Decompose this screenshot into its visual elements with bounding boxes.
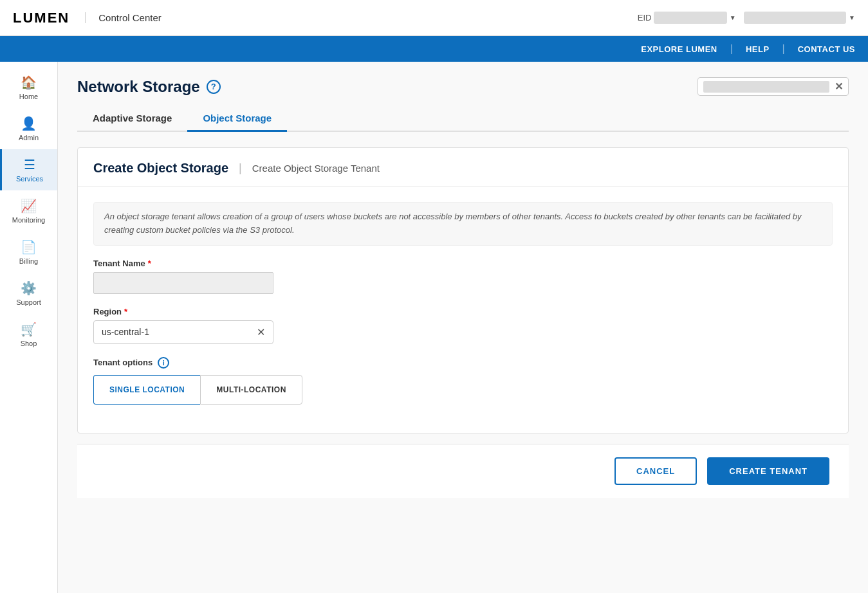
tenant-options-group: Tenant options i SINGLE LOCATION MULTI-L… [93, 357, 833, 405]
eid-section: EID ███████████ ▼ [638, 12, 736, 24]
page-header: Network Storage ? ████████████████ ✕ [77, 77, 849, 96]
tenant-name-input[interactable] [93, 272, 273, 294]
admin-icon: 👤 [21, 116, 37, 131]
sidebar-item-support[interactable]: ⚙️ Support [0, 273, 57, 314]
sep1: | [730, 43, 733, 55]
services-icon: ☰ [24, 157, 35, 172]
sidebar-label-home: Home [19, 93, 38, 100]
tenant-options-buttons: SINGLE LOCATION MULTI-LOCATION [93, 375, 833, 405]
support-icon: ⚙️ [21, 280, 37, 296]
eid-value: ███████████ [654, 12, 726, 24]
sidebar-label-support: Support [16, 298, 41, 306]
search-bar: ████████████████ ✕ [697, 77, 849, 96]
main-layout: 🏠 Home 👤 Admin ☰ Services 📈 Monitoring 📄… [0, 62, 868, 593]
region-label: Region * [93, 307, 833, 316]
form-subtitle: Create Object Storage Tenant [252, 163, 380, 174]
user-email: ████████████████ [744, 12, 846, 24]
monitoring-icon: 📈 [21, 198, 37, 214]
blue-nav-band: EXPLORE LUMEN | HELP | CONTACT US [0, 36, 868, 62]
contact-us-link[interactable]: CONTACT US [798, 44, 855, 54]
tenant-options-label-text: Tenant options [93, 358, 152, 367]
top-bar: LUMEN Control Center EID ███████████ ▼ █… [0, 0, 868, 36]
region-select[interactable]: us-central-1 ✕ [93, 320, 273, 344]
form-footer: CANCEL CREATE TENANT [77, 444, 849, 498]
form-body: An object storage tenant allows creation… [78, 187, 848, 433]
option-multi-location[interactable]: MULTI-LOCATION [200, 375, 302, 405]
billing-icon: 📄 [21, 239, 37, 255]
sidebar-label-billing: Billing [19, 257, 38, 265]
sidebar-item-services[interactable]: ☰ Services [0, 149, 57, 190]
help-link[interactable]: HELP [746, 44, 770, 54]
eid-chevron[interactable]: ▼ [730, 14, 736, 21]
sidebar-label-monitoring: Monitoring [12, 216, 45, 224]
top-bar-right: EID ███████████ ▼ ████████████████ ▼ [638, 12, 855, 24]
form-title: Create Object Storage [93, 161, 228, 176]
sidebar-item-shop[interactable]: 🛒 Shop [0, 314, 57, 355]
form-section: Create Object Storage | Create Object St… [77, 147, 849, 433]
help-icon[interactable]: ? [207, 80, 221, 94]
sidebar-label-admin: Admin [19, 134, 39, 141]
content-area: Network Storage ? ████████████████ ✕ Ada… [58, 62, 868, 593]
form-header-sep: | [239, 161, 242, 175]
tenant-name-required: * [148, 259, 151, 268]
search-value: ████████████████ [703, 81, 829, 93]
sidebar-label-shop: Shop [21, 340, 37, 347]
form-description: An object storage tenant allows creation… [93, 202, 833, 246]
tenant-name-label: Tenant Name * [93, 259, 833, 268]
create-tenant-button[interactable]: CREATE TENANT [707, 457, 829, 485]
eid-label: EID [638, 13, 652, 23]
sidebar-label-services: Services [16, 175, 43, 183]
shop-icon: 🛒 [21, 322, 37, 337]
home-icon: 🏠 [21, 75, 37, 90]
cancel-button[interactable]: CANCEL [614, 457, 697, 485]
sidebar-item-billing[interactable]: 📄 Billing [0, 232, 57, 273]
sidebar-item-admin[interactable]: 👤 Admin [0, 108, 57, 149]
sidebar-item-home[interactable]: 🏠 Home [0, 67, 57, 108]
region-required: * [124, 307, 127, 316]
explore-lumen-link[interactable]: EXPLORE LUMEN [641, 44, 717, 54]
region-group: Region * us-central-1 ✕ [93, 307, 833, 344]
page-title-wrap: Network Storage ? [77, 78, 221, 96]
logo: LUMEN [13, 10, 69, 26]
user-section: ████████████████ ▼ [744, 12, 855, 24]
tab-adaptive-storage[interactable]: Adaptive Storage [77, 106, 187, 132]
region-clear-icon[interactable]: ✕ [257, 326, 265, 338]
form-header: Create Object Storage | Create Object St… [78, 148, 848, 187]
app-label: Control Center [85, 12, 162, 23]
tab-object-storage[interactable]: Object Storage [187, 106, 287, 132]
search-close-icon[interactable]: ✕ [835, 80, 843, 93]
tenant-name-group: Tenant Name * [93, 259, 833, 294]
tabs: Adaptive Storage Object Storage [77, 106, 849, 132]
option-single-location[interactable]: SINGLE LOCATION [93, 375, 200, 405]
user-chevron[interactable]: ▼ [849, 14, 855, 21]
region-value: us-central-1 [102, 327, 149, 337]
tenant-options-info-icon[interactable]: i [158, 357, 169, 369]
sidebar: 🏠 Home 👤 Admin ☰ Services 📈 Monitoring 📄… [0, 62, 58, 593]
tenant-options-label-wrap: Tenant options i [93, 357, 833, 369]
sep2: | [782, 43, 785, 55]
page-title: Network Storage [77, 78, 200, 96]
sidebar-item-monitoring[interactable]: 📈 Monitoring [0, 190, 57, 232]
